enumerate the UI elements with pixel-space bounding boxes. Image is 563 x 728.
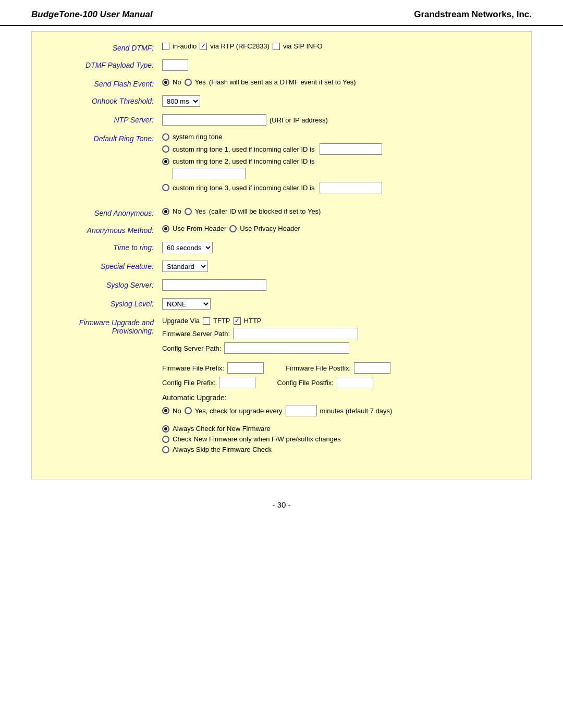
syslog-level-row: Syslog Level: NONE DEBUG INFO WARNING ER… [47,298,516,310]
radio-ring-custom3[interactable] [162,184,169,191]
label-ring-custom3: custom ring tone 3, used if incoming cal… [173,184,314,192]
special-feature-select[interactable]: Standard BroadSoft [162,261,208,272]
radio-flash-yes[interactable] [185,79,192,86]
radio-anon-no[interactable] [162,208,169,215]
send-anonymous-controls: No Yes (caller ID will be blocked if set… [162,207,516,215]
radio-ring-custom2[interactable] [162,158,169,165]
main-content: Send DTMF: in-audio via RTP (RFC2833) vi… [31,31,532,479]
header-right: Grandstream Networks, Inc. [414,9,532,20]
firmware-server-path-row: Firmware Server Path: fm.grandstream.com… [162,328,516,339]
ntp-server-controls: time.nist.gov (URI or IP address) [162,114,516,126]
special-feature-label: Special Feature: [47,261,162,270]
label-in-audio: in-audio [173,42,197,50]
firmware-controls: Upgrade Via TFTP HTTP Firmware Server Pa… [162,317,516,456]
ntp-server-label: NTP Server: [47,114,162,124]
custom2-input[interactable]: 1001 [173,168,246,179]
syslog-server-row: Syslog Server: [47,279,516,291]
firmware-file-prefix-input[interactable] [227,362,264,374]
label-ring-system: system ring tone [173,133,222,141]
syslog-level-controls: NONE DEBUG INFO WARNING ERROR [162,298,516,310]
time-to-ring-row: Time to ring: 60 seconds 30 seconds 45 s… [47,242,516,253]
anonymous-method-row: Anonymous Method: Use From Header Use Pr… [47,225,516,235]
radio-always-check[interactable] [162,425,169,433]
radio-anon-yes[interactable] [185,208,192,215]
label-auto-no: No [173,407,181,415]
checkbox-tftp[interactable] [203,317,210,325]
auto-upgrade-radio-row: No Yes, check for upgrade every 10080 mi… [162,405,516,416]
special-feature-controls: Standard BroadSoft [162,261,516,272]
checkbox-in-audio[interactable] [162,43,169,50]
radio-always-skip-row: Always Skip the Firmware Check [162,446,516,453]
label-privacy-header: Use Privacy Header [240,225,300,232]
firmware-file-postfix-input[interactable] [354,362,390,374]
send-anonymous-label: Send Anonymous: [47,207,162,217]
config-server-path-input[interactable] [224,342,349,354]
label-ring-custom2: custom ring tone 2, used if incoming cal… [173,157,314,165]
ring-tone-system-row: system ring tone [162,133,516,141]
radio-auto-no[interactable] [162,407,169,414]
ring-tone-custom2-row: custom ring tone 2, used if incoming cal… [162,157,516,165]
ring-tone-custom2-input-row: 1001 [173,168,516,179]
label-always-skip: Always Skip the Firmware Check [173,446,272,453]
firmware-label-line2: Provisioning: [47,327,154,335]
label-via-sip: via SIP INFO [283,42,323,50]
page-number: - 30 - [272,500,290,509]
flash-note: (Flash will be sent as a DTMF event if s… [209,78,356,86]
upgrade-minutes-input[interactable]: 10080 [286,405,317,416]
upgrade-via-label: Upgrade Via [162,317,200,325]
label-anon-yes: Yes [195,207,206,215]
firmware-server-path-input[interactable]: fm.grandstream.com/gs [233,328,358,339]
radio-check-on-change[interactable] [162,436,169,443]
onhook-threshold-row: Onhook Threshold: 800 ms 600 ms 400 ms [47,95,516,107]
dtmf-payload-controls: 101 [162,59,516,71]
time-to-ring-controls: 60 seconds 30 seconds 45 seconds [162,242,516,253]
anon-note: (caller ID will be blocked if set to Yes… [209,207,321,215]
auto-upgrade-block: Automatic Upgrade: No Yes, check for upg… [162,393,516,453]
send-flash-label: Send Flash Event: [47,78,162,88]
special-feature-row: Special Feature: Standard BroadSoft [47,261,516,272]
config-file-postfix-label: Config File Postfix: [277,379,334,387]
syslog-level-select[interactable]: NONE DEBUG INFO WARNING ERROR [162,298,211,310]
radio-flash-no[interactable] [162,79,169,86]
radio-ring-custom1[interactable] [162,145,169,153]
label-flash-yes: Yes [195,78,206,86]
send-dtmf-label: Send DTMF: [47,42,162,52]
syslog-level-label: Syslog Level: [47,298,162,308]
syslog-server-input[interactable] [162,279,266,291]
label-from-header: Use From Header [173,225,226,232]
radio-auto-yes[interactable] [185,407,192,414]
checkbox-via-sip[interactable] [273,43,280,50]
upgrade-via-row: Upgrade Via TFTP HTTP [162,317,516,325]
firmware-label: Firmware Upgrade and Provisioning: [47,317,162,335]
onhook-threshold-controls: 800 ms 600 ms 400 ms [162,95,516,107]
radio-always-skip[interactable] [162,446,169,453]
label-via-rtp: via RTP (RFC2833) [210,42,270,50]
radio-check-on-change-row: Check New Firmware only when F/W pre/suf… [162,435,516,443]
custom3-input[interactable] [320,182,382,193]
firmware-row: Firmware Upgrade and Provisioning: Upgra… [47,317,516,456]
send-flash-row: Send Flash Event: No Yes (Flash will be … [47,78,516,88]
config-file-prefix-input[interactable] [219,377,255,388]
ntp-server-input[interactable]: time.nist.gov [162,114,266,126]
syslog-server-controls [162,279,516,291]
send-flash-controls: No Yes (Flash will be sent as a DTMF eve… [162,78,516,86]
label-always-check: Always Check for New Firmware [173,425,271,433]
label-ring-custom1: custom ring tone 1, used if incoming cal… [173,145,314,153]
config-file-postfix-input[interactable] [337,377,373,388]
checkbox-http[interactable] [234,317,241,325]
firmware-label-line1: Firmware Upgrade and [47,318,154,327]
onhook-threshold-select[interactable]: 800 ms 600 ms 400 ms [162,95,200,107]
custom1-input[interactable] [320,143,382,155]
radio-privacy-header[interactable] [229,225,237,232]
checkbox-via-rtp[interactable] [200,43,207,50]
firmware-prefix-postfix-row: Firmware File Prefix: Firmware File Post… [162,362,516,374]
page-footer: - 30 - [0,490,563,520]
time-to-ring-select[interactable]: 60 seconds 30 seconds 45 seconds [162,242,213,253]
config-server-path-label: Config Server Path: [162,344,221,352]
radio-ring-system[interactable] [162,133,169,141]
radio-from-header[interactable] [162,225,169,232]
dtmf-payload-input[interactable]: 101 [162,59,188,71]
upgrade-minutes-suffix: minutes (default 7 days) [320,407,393,415]
default-ring-tone-row: Default Ring Tone: system ring tone cust… [47,133,516,196]
ring-tone-custom3-row: custom ring tone 3, used if incoming cal… [162,182,516,193]
